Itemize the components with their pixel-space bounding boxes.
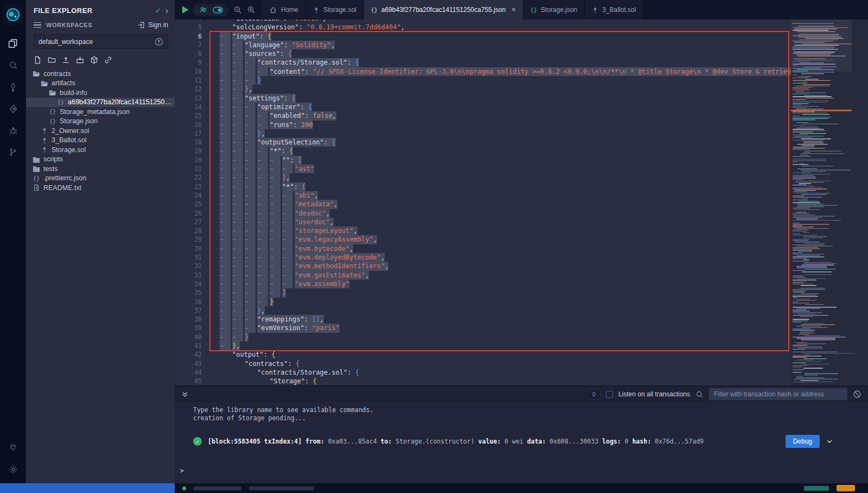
upload-file-icon[interactable]	[62, 56, 70, 64]
file-tree-item[interactable]: {}Storage_metadata.json	[26, 107, 175, 117]
settings-icon[interactable]	[0, 458, 26, 480]
tab-a69b43f277ba20fcac141151250ca755-json[interactable]: {}a69b43f277ba20fcac141151250ca755.json×	[364, 0, 524, 20]
workspace-select[interactable]: default_workspace	[34, 34, 168, 49]
new-file-icon[interactable]	[34, 56, 42, 64]
close-tab-icon[interactable]: ×	[512, 7, 516, 12]
file-tree-item[interactable]: {}a69b43f277ba20fcac141151250ca7...	[26, 98, 175, 108]
json-file-icon: {}	[49, 118, 56, 124]
zoom-out-icon[interactable]	[233, 5, 242, 14]
file-tree-item[interactable]: tests	[26, 164, 175, 174]
minimap-slider[interactable]	[791, 20, 852, 72]
tab-label: Home	[281, 6, 298, 14]
tab-storage-sol[interactable]: Storage.sol	[306, 0, 364, 20]
indent-guide: →	[220, 94, 231, 103]
git-icon[interactable]	[0, 141, 26, 163]
editor-tabbar: HomeStorage.sol{}a69b43f277ba20fcac14115…	[175, 0, 868, 20]
debugger-icon[interactable]	[0, 119, 26, 141]
indent-guide: →	[257, 226, 268, 235]
indent-guide: →	[220, 32, 231, 41]
file-tree-item[interactable]: scripts	[26, 155, 175, 165]
file-tree-item[interactable]: contracts	[26, 69, 175, 79]
indent-guide: →	[232, 244, 243, 253]
file-tree-item[interactable]: build-info	[26, 88, 175, 98]
toggle-icon[interactable]	[213, 7, 223, 14]
line-number: 40	[175, 333, 208, 342]
import-box-icon[interactable]	[76, 56, 84, 64]
listen-all-checkbox[interactable]	[606, 391, 613, 398]
line-number: 35	[175, 288, 208, 297]
json-icon: {}	[531, 7, 537, 13]
line-number: 27	[175, 218, 208, 226]
indent-guide: →	[282, 253, 293, 262]
tab-label: a69b43f277ba20fcac141151250ca755.json	[381, 6, 506, 14]
file-tree-item[interactable]: 2_Owner.sol	[26, 126, 175, 136]
link-icon[interactable]	[104, 56, 112, 64]
indent-guide: →	[220, 235, 231, 244]
tab-storage-json[interactable]: {}Storage.json	[524, 0, 585, 20]
terminal-expand-icon[interactable]	[181, 390, 189, 398]
terminal-output[interactable]: Type the library name to see available c…	[175, 402, 868, 483]
line-number: 15	[175, 111, 208, 120]
file-tree-item[interactable]: {}.prettierrc.json	[26, 174, 175, 184]
new-folder-icon[interactable]	[48, 56, 56, 64]
line-number: 9	[175, 58, 208, 67]
status-alert-badge[interactable]	[837, 485, 855, 491]
file-tree-item[interactable]: artifacts	[26, 79, 175, 89]
indent-guide: →	[220, 182, 231, 191]
file-tree-item[interactable]: README.txt	[26, 183, 175, 193]
indent-guide: →	[257, 67, 268, 76]
zoom-in-icon[interactable]	[247, 5, 256, 14]
terminal-search-icon[interactable]	[695, 390, 704, 399]
tab-3-ballot-sol[interactable]: 3_Ballot.sol	[585, 0, 643, 20]
indent-guide	[245, 368, 256, 377]
solidity-compiler-icon[interactable]	[0, 76, 26, 98]
file-tree-item[interactable]: 3_Ballot.sol	[26, 136, 175, 146]
code-area[interactable]: 4"solcVersion": "0.8.19",5"solcLongVersi…	[175, 20, 791, 385]
tx-expand-chevron-icon[interactable]	[826, 438, 833, 445]
indent-guide: →	[220, 324, 231, 332]
tab-home[interactable]: Home	[262, 0, 306, 20]
plugin-manager-icon[interactable]	[0, 437, 26, 458]
code-editor: 4"solcVersion": "0.8.19",5"solcLongVersi…	[175, 20, 868, 385]
code-line: 37→→→},	[175, 306, 791, 315]
load-cube-icon[interactable]	[90, 56, 98, 64]
workspace-menu-icon[interactable]	[34, 22, 41, 28]
clear-console-icon[interactable]	[853, 390, 861, 399]
indent-guide: →	[220, 103, 231, 111]
search-icon[interactable]	[0, 54, 26, 76]
transaction-log-row: ✓ [block:5583405 txIndex:4] from: 0xa03.…	[193, 435, 868, 448]
remix-logo[interactable]	[3, 4, 23, 25]
indent-guide: →	[270, 182, 280, 191]
indent-guide: →	[245, 298, 256, 306]
file-name: .prettierrc.json	[43, 174, 86, 182]
indent-guide: →	[220, 58, 231, 67]
line-number: 32	[175, 262, 208, 270]
file-explorer-icon[interactable]	[0, 33, 26, 54]
chevron-right-icon[interactable]: ›	[165, 8, 168, 14]
terminal-prompt[interactable]: >	[180, 467, 184, 475]
minimap[interactable]	[791, 20, 868, 385]
indent-guide: →	[220, 218, 231, 226]
accounts-icon[interactable]	[199, 6, 208, 14]
folder-open-icon	[49, 89, 56, 96]
indent-guide: →	[220, 67, 231, 76]
code-line: 45"Storage": {	[175, 377, 791, 385]
file-tree-item[interactable]: Storage.sol	[26, 145, 175, 155]
debug-button[interactable]: Debug	[786, 435, 820, 448]
indent-guide	[220, 359, 231, 368]
file-tree-item[interactable]: {}Storage.json	[26, 117, 175, 127]
sol-icon	[41, 146, 48, 153]
folder-open-icon	[41, 80, 48, 87]
transaction-filter-input[interactable]	[709, 388, 847, 400]
indent-guide: →	[245, 253, 256, 262]
indent-guide: →	[257, 253, 268, 262]
indent-guide: →	[282, 209, 293, 218]
code-line: 34→→→→→→"evm.assembly"	[175, 280, 791, 288]
sign-in-button[interactable]: Sign in	[137, 21, 168, 29]
line-number: 28	[175, 226, 208, 235]
indent-guide: →	[245, 191, 256, 200]
deploy-and-run-icon[interactable]	[0, 98, 26, 119]
line-number: 16	[175, 121, 208, 129]
run-script-button[interactable]	[182, 6, 188, 14]
indent-guide: →	[232, 324, 243, 332]
